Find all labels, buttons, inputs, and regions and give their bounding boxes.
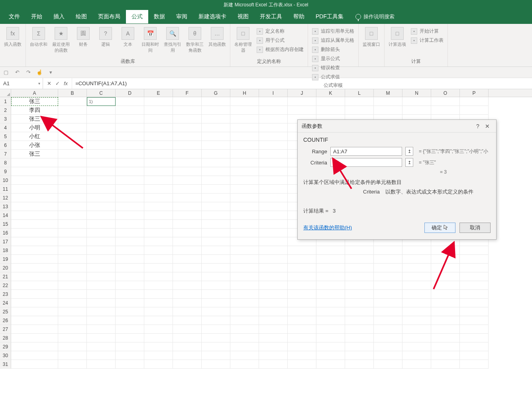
cell-E22[interactable] (144, 281, 173, 290)
column-header[interactable]: E (144, 89, 173, 97)
cell-D31[interactable] (116, 360, 144, 369)
cell-B22[interactable] (58, 281, 87, 290)
cell-L1[interactable] (345, 97, 374, 106)
cell-F19[interactable] (173, 255, 202, 264)
tab-2[interactable]: 插入 (48, 10, 70, 23)
ribbon-button[interactable]: 📅日期和时间 (140, 25, 161, 57)
cell-I10[interactable] (259, 176, 288, 185)
cell-H10[interactable] (230, 176, 259, 185)
cell-M2[interactable] (374, 106, 402, 115)
cell-G28[interactable] (202, 334, 230, 342)
column-header[interactable]: D (116, 89, 144, 97)
cell-I5[interactable] (259, 132, 288, 141)
cell-N28[interactable] (402, 334, 431, 342)
cell-E17[interactable] (144, 237, 173, 246)
cell-E3[interactable] (144, 115, 173, 123)
cell-J2[interactable] (288, 106, 316, 115)
cell-D7[interactable] (116, 150, 144, 158)
cell-H15[interactable] (230, 220, 259, 229)
cell-E4[interactable] (144, 123, 173, 132)
row-header[interactable]: 17 (0, 237, 11, 246)
ribbon-small-button[interactable]: ▪错误检查 (310, 64, 356, 72)
cell-I26[interactable] (259, 316, 288, 325)
accept-formula-icon[interactable]: ✓ (55, 80, 60, 86)
cell-P25[interactable] (460, 307, 489, 316)
cell-C18[interactable] (87, 246, 116, 255)
cell-H16[interactable] (230, 229, 259, 237)
cell-J19[interactable] (288, 255, 316, 264)
cell-E26[interactable] (144, 316, 173, 325)
cell-G12[interactable] (202, 194, 230, 202)
ribbon-button[interactable]: …其他函数 (207, 25, 228, 57)
cell-N21[interactable] (402, 272, 431, 281)
cell-I15[interactable] (259, 220, 288, 229)
cell-J28[interactable] (288, 334, 316, 342)
row-header[interactable]: 22 (0, 281, 11, 290)
criteria-input[interactable]: A1 (330, 158, 402, 167)
cell-F27[interactable] (173, 325, 202, 334)
cell-H20[interactable] (230, 264, 259, 272)
ribbon-button[interactable]: fx插入函数 (2, 25, 23, 57)
cell-M30[interactable] (374, 351, 402, 360)
column-header[interactable]: F (173, 89, 202, 97)
cell-C22[interactable] (87, 281, 116, 290)
row-header[interactable]: 29 (0, 342, 11, 351)
row-header[interactable]: 27 (0, 325, 11, 334)
cell-G7[interactable] (202, 150, 230, 158)
cell-I13[interactable] (259, 202, 288, 211)
column-header[interactable]: M (374, 89, 402, 97)
row-header[interactable]: 1 (0, 97, 11, 106)
cell-C3[interactable] (87, 115, 116, 123)
tab-12[interactable]: PDF工具集 (310, 10, 349, 23)
qat-more-icon[interactable]: ▾ (47, 69, 54, 76)
cell-A2[interactable]: 李四 (11, 106, 58, 115)
cell-G16[interactable] (202, 229, 230, 237)
cell-O18[interactable] (431, 246, 460, 255)
cell-I20[interactable] (259, 264, 288, 272)
cell-D27[interactable] (116, 325, 144, 334)
cell-H3[interactable] (230, 115, 259, 123)
cell-G15[interactable] (202, 220, 230, 229)
cell-A27[interactable] (11, 325, 58, 334)
cell-L19[interactable] (345, 255, 374, 264)
dialog-titlebar[interactable]: 函数参数 ? ✕ (298, 120, 496, 133)
cell-K22[interactable] (316, 281, 345, 290)
cell-C12[interactable] (87, 194, 116, 202)
row-header[interactable]: 10 (0, 176, 11, 185)
cell-P18[interactable] (460, 246, 489, 255)
cell-P28[interactable] (460, 334, 489, 342)
cell-C31[interactable] (87, 360, 116, 369)
cell-E5[interactable] (144, 132, 173, 141)
cancel-button[interactable]: 取消 (459, 223, 491, 233)
cell-P22[interactable] (460, 281, 489, 290)
tab-9[interactable]: 视图 (232, 10, 254, 23)
cell-K19[interactable] (316, 255, 345, 264)
cell-D25[interactable] (116, 307, 144, 316)
cell-D3[interactable] (116, 115, 144, 123)
cell-A31[interactable] (11, 360, 58, 369)
cell-E7[interactable] (144, 150, 173, 158)
cell-O24[interactable] (431, 299, 460, 307)
dialog-help-icon[interactable]: ? (473, 123, 483, 129)
undo-icon[interactable]: ↶ (14, 69, 21, 76)
cell-I18[interactable] (259, 246, 288, 255)
cell-H30[interactable] (230, 351, 259, 360)
cell-J20[interactable] (288, 264, 316, 272)
cell-B14[interactable] (58, 211, 87, 220)
column-header[interactable]: K (316, 89, 345, 97)
cell-I9[interactable] (259, 167, 288, 176)
cell-G25[interactable] (202, 307, 230, 316)
tab-1[interactable]: 开始 (26, 10, 48, 23)
cell-B16[interactable] (58, 229, 87, 237)
cell-O27[interactable] (431, 325, 460, 334)
cell-K26[interactable] (316, 316, 345, 325)
row-header[interactable]: 4 (0, 123, 11, 132)
cell-J29[interactable] (288, 342, 316, 351)
cell-I12[interactable] (259, 194, 288, 202)
cell-O1[interactable] (431, 97, 460, 106)
cell-B3[interactable] (58, 115, 87, 123)
cell-N23[interactable] (402, 290, 431, 299)
cell-F28[interactable] (173, 334, 202, 342)
cell-M25[interactable] (374, 307, 402, 316)
cell-K21[interactable] (316, 272, 345, 281)
